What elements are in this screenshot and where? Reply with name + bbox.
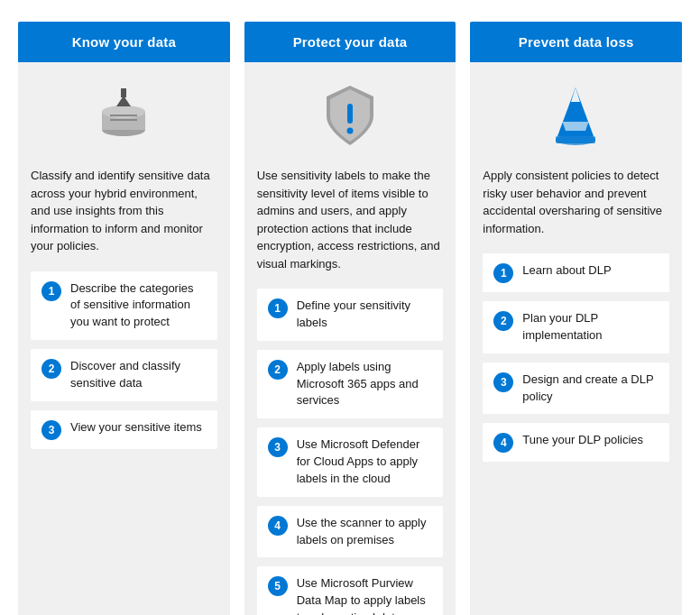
icon-area-prevent-loss bbox=[483, 84, 669, 147]
step-item-protect-1: 1 Define your sensitivity labels bbox=[257, 289, 444, 341]
svg-rect-7 bbox=[347, 104, 353, 124]
svg-marker-12 bbox=[571, 87, 580, 102]
step-item-protect-2: 2 Apply labels using Microsoft 365 apps … bbox=[257, 350, 444, 419]
step-item-protect-4: 4 Use the scanner to apply labels on pre… bbox=[257, 506, 444, 558]
step-text-protect-2: Apply labels using Microsoft 365 apps an… bbox=[297, 359, 433, 410]
step-item-know-1: 1 Describe the categories of sensitive i… bbox=[31, 271, 217, 341]
description-prevent-loss: Apply consistent policies to detect risk… bbox=[483, 167, 669, 237]
description-know-data: Classify and identify sensitive data acr… bbox=[31, 167, 217, 255]
column-protect-your-data: Protect your data Use sensitivity labels… bbox=[244, 22, 456, 615]
step-badge-prevent-3: 3 bbox=[493, 372, 513, 392]
step-item-prevent-1: 1 Learn about DLP bbox=[483, 253, 669, 292]
svg-rect-6 bbox=[121, 88, 126, 97]
step-badge-know-3: 3 bbox=[41, 420, 61, 440]
step-text-protect-3: Use Microsoft Defender for Cloud Apps to… bbox=[297, 436, 433, 488]
step-text-prevent-3: Design and create a DLP policy bbox=[522, 372, 659, 406]
body-know-your-data: Classify and identify sensitive data acr… bbox=[18, 62, 230, 615]
step-badge-prevent-4: 4 bbox=[493, 433, 513, 453]
cone-icon bbox=[547, 84, 605, 147]
body-protect-your-data: Use sensitivity labels to make the sensi… bbox=[244, 62, 456, 615]
step-item-know-3: 3 View your sensitive items bbox=[31, 410, 217, 449]
step-item-protect-5: 5 Use Microsoft Purview Data Map to appl… bbox=[257, 566, 444, 615]
step-text-protect-1: Define your sensitivity labels bbox=[297, 298, 433, 332]
header-prevent-data-loss: Prevent data loss bbox=[470, 22, 682, 62]
step-text-prevent-4: Tune your DLP policies bbox=[522, 432, 643, 449]
step-text-protect-4: Use the scanner to apply labels on premi… bbox=[297, 515, 433, 549]
step-text-know-2: Discover and classify sensitive data bbox=[70, 358, 207, 392]
svg-marker-13 bbox=[563, 122, 589, 131]
icon-area-know-data bbox=[31, 84, 217, 147]
svg-point-8 bbox=[347, 128, 354, 134]
main-container: Know your data Classify and identify sen… bbox=[0, 0, 700, 615]
step-badge-know-1: 1 bbox=[41, 281, 61, 301]
icon-area-protect-data bbox=[257, 84, 444, 147]
step-text-prevent-2: Plan your DLP implementation bbox=[522, 310, 659, 344]
step-badge-know-2: 2 bbox=[41, 359, 61, 379]
step-badge-protect-5: 5 bbox=[268, 576, 288, 596]
step-badge-prevent-1: 1 bbox=[493, 263, 513, 283]
column-prevent-data-loss: Prevent data loss Apply consistent polic… bbox=[470, 22, 682, 615]
step-text-know-3: View your sensitive items bbox=[70, 419, 202, 436]
body-prevent-data-loss: Apply consistent policies to detect risk… bbox=[470, 62, 682, 615]
step-badge-protect-4: 4 bbox=[268, 516, 288, 536]
step-badge-protect-1: 1 bbox=[268, 298, 288, 318]
step-item-prevent-4: 4 Tune your DLP policies bbox=[483, 423, 669, 462]
step-badge-prevent-2: 2 bbox=[493, 311, 513, 331]
step-item-prevent-3: 3 Design and create a DLP policy bbox=[483, 363, 669, 415]
header-protect-your-data: Protect your data bbox=[244, 22, 456, 62]
step-item-know-2: 2 Discover and classify sensitive data bbox=[31, 349, 217, 401]
classify-icon bbox=[92, 87, 155, 145]
svg-rect-10 bbox=[556, 136, 595, 143]
step-text-know-1: Describe the categories of sensitive inf… bbox=[70, 280, 207, 332]
step-item-prevent-2: 2 Plan your DLP implementation bbox=[483, 301, 669, 353]
step-item-protect-3: 3 Use Microsoft Defender for Cloud Apps … bbox=[257, 427, 444, 497]
header-know-your-data: Know your data bbox=[18, 22, 230, 62]
step-text-protect-5: Use Microsoft Purview Data Map to apply … bbox=[297, 575, 433, 615]
step-badge-protect-2: 2 bbox=[268, 360, 288, 380]
step-text-prevent-1: Learn about DLP bbox=[522, 262, 611, 280]
description-protect-data: Use sensitivity labels to make the sensi… bbox=[257, 167, 444, 272]
shield-icon bbox=[323, 84, 377, 147]
column-know-your-data: Know your data Classify and identify sen… bbox=[18, 22, 230, 615]
step-badge-protect-3: 3 bbox=[268, 437, 288, 457]
